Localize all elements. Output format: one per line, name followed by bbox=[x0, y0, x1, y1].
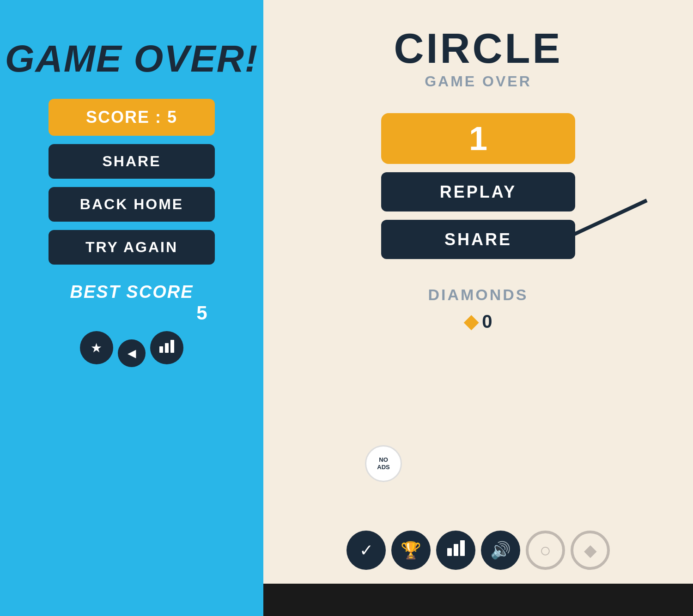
circle-subtitle: GAME OVER bbox=[425, 73, 532, 90]
bottom-icon-row-left: ★ ◀ bbox=[80, 331, 183, 364]
stats-icon bbox=[447, 540, 465, 560]
svg-rect-0 bbox=[159, 346, 163, 353]
try-again-button[interactable]: TRY AGAIN bbox=[49, 230, 215, 265]
no-ads-button[interactable]: NO ADS bbox=[365, 445, 402, 482]
share-button-left[interactable]: SHARE bbox=[49, 144, 215, 179]
replay-button[interactable]: REPLAY bbox=[381, 172, 575, 211]
left-panel: GAME OVER! SCORE : 5 SHARE BACK HOME TRY… bbox=[0, 0, 263, 616]
right-panel: CIRCLE GAME OVER 1 REPLAY SHARE DIAMONDS… bbox=[263, 0, 693, 616]
diamond-icon: ◆ bbox=[464, 311, 478, 332]
no-ads-text-line1: NO bbox=[379, 456, 388, 464]
circle-icon-button[interactable]: ○ bbox=[526, 531, 565, 570]
game-over-title: GAME OVER! bbox=[5, 37, 258, 80]
stats-icon-button[interactable] bbox=[436, 531, 475, 570]
svg-rect-5 bbox=[460, 540, 465, 556]
sound-icon: ◀ bbox=[128, 347, 136, 360]
chart-icon bbox=[159, 340, 174, 356]
svg-rect-4 bbox=[454, 544, 458, 556]
volume-icon: 🔊 bbox=[490, 541, 511, 560]
star-icon: ★ bbox=[91, 340, 102, 356]
circle-icon: ○ bbox=[540, 541, 551, 560]
share-button-right[interactable]: SHARE bbox=[381, 220, 575, 259]
trophy-icon: 🏆 bbox=[401, 541, 421, 560]
circle-app-title: CIRCLE bbox=[394, 28, 563, 69]
diamonds-value: 0 bbox=[482, 311, 492, 332]
score-display: 1 bbox=[381, 113, 575, 164]
sound-icon-button[interactable]: ◀ bbox=[118, 339, 146, 367]
chart-icon-button[interactable] bbox=[150, 331, 183, 364]
svg-rect-3 bbox=[447, 548, 452, 556]
check-icon: ✓ bbox=[359, 541, 373, 560]
trophy-icon-button[interactable]: 🏆 bbox=[391, 531, 431, 570]
best-score-value: 5 bbox=[196, 302, 207, 324]
diamonds-count: ◆ 0 bbox=[464, 311, 492, 332]
bottom-icons-right: ✓ 🏆 🔊 ○ ◆ bbox=[346, 531, 610, 570]
diamond-outline-icon: ◆ bbox=[584, 541, 597, 560]
diamonds-section: DIAMONDS ◆ 0 bbox=[428, 286, 528, 332]
svg-rect-1 bbox=[165, 343, 169, 353]
best-score-section: BEST SCORE 5 ★ ◀ bbox=[70, 282, 193, 364]
score-button[interactable]: SCORE : 5 bbox=[49, 99, 215, 136]
star-icon-button[interactable]: ★ bbox=[80, 331, 113, 364]
diamonds-label: DIAMONDS bbox=[428, 286, 528, 304]
bottom-bar bbox=[263, 584, 693, 616]
check-icon-button[interactable]: ✓ bbox=[346, 531, 386, 570]
no-ads-text-line2: ADS bbox=[377, 464, 389, 471]
volume-icon-button[interactable]: 🔊 bbox=[481, 531, 520, 570]
best-score-label: BEST SCORE bbox=[70, 282, 193, 302]
svg-rect-2 bbox=[170, 340, 174, 353]
back-home-button[interactable]: BACK HOME bbox=[49, 187, 215, 222]
diamond-icon-button[interactable]: ◆ bbox=[571, 531, 610, 570]
